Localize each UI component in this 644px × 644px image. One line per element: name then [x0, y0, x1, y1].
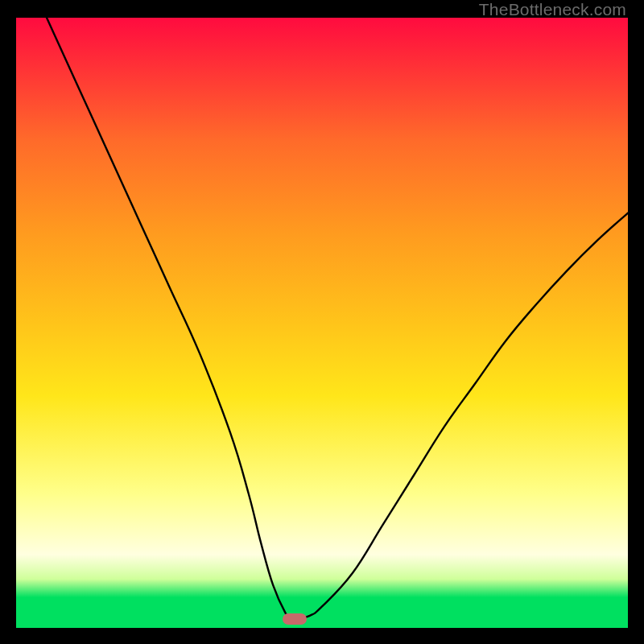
- chart-stage: { "watermark": "TheBottleneck.com", "col…: [0, 0, 644, 644]
- plot-svg: [16, 18, 628, 628]
- gradient-background: [16, 18, 628, 628]
- watermark-text: TheBottleneck.com: [479, 0, 626, 19]
- plot-area: [16, 18, 628, 628]
- optimum-marker: [283, 613, 307, 625]
